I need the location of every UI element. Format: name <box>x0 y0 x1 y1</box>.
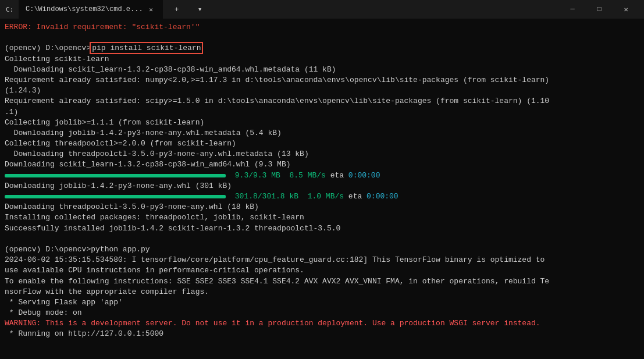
progress-bar-2: 301.8/301.8 kB 1.0 MB/s eta 0:00:00 <box>5 191 639 202</box>
downloading-sklearn-whl: Downloading scikit_learn-1.3.2-cp38-cp38… <box>5 159 639 170</box>
titlebar: C: C:\Windows\system32\cmd.e... ✕ + ▾ ─ … <box>0 0 644 19</box>
tab-dropdown-button[interactable]: ▾ <box>191 0 209 19</box>
collecting-line: Collecting scikit-learn <box>5 54 639 65</box>
flask-debug-line: * Debug mode: on <box>5 308 639 318</box>
downloading-threadpool-meta: Downloading threadpoolctl-3.5.0-py3-none… <box>5 149 639 159</box>
tensorflow-line4: nsorFlow with the appropriate compiler f… <box>5 287 639 297</box>
svg-text:C:: C: <box>6 6 13 13</box>
downloading-threadpool-whl: Downloading threadpoolctl-3.5.0-py3-none… <box>5 202 639 212</box>
minimize-button[interactable]: ─ <box>559 0 586 19</box>
collecting-joblib-line: Collecting joblib>=1.1.1 (from scikit-le… <box>5 118 639 128</box>
new-tab-button[interactable]: + <box>168 0 186 19</box>
progress-bar-1: 9.3/9.3 MB 8.5 MB/s eta 0:00:00 <box>5 170 639 181</box>
req-numpy-line1: Requirement already satisfied: numpy<2.0… <box>5 75 639 86</box>
close-button[interactable]: ✕ <box>613 0 639 19</box>
tab-close-button[interactable]: ✕ <box>147 5 156 14</box>
tab-title: C:\Windows\system32\cmd.e... <box>26 5 143 13</box>
downloading-joblib-meta: Downloading joblib-1.4.2-py3-none-any.wh… <box>5 128 639 138</box>
tensorflow-line3: To enable the following instructions: SS… <box>5 276 639 287</box>
req-scipy-line1: Requirement already satisfied: scipy>=1.… <box>5 96 639 106</box>
tensorflow-line1: 2024-06-02 15:35:15.534580: I tensorflow… <box>5 255 639 265</box>
window-controls: ─ □ ✕ <box>559 0 639 19</box>
req-numpy-line2: (1.24.3) <box>5 86 639 96</box>
success-line: Successfully installed joblib-1.4.2 scik… <box>5 223 639 234</box>
downloading-metadata-line: Downloading scikit_learn-1.3.2-cp38-cp38… <box>5 65 639 75</box>
tensorflow-line2: use available CPU instructions in perfor… <box>5 265 639 276</box>
cmd-icon: C: <box>5 5 14 14</box>
terminal-body: ERROR: Invalid requirement: "scikit-lear… <box>0 19 644 359</box>
python-command-line: (opencv) D:\opencv>python app.py <box>5 244 639 255</box>
warning-line: WARNING: This is a development server. D… <box>5 318 639 329</box>
running-line: * Running on http://127.0.0.1:5000 <box>5 329 639 339</box>
pip-command-line: (opencv) D:\opencv>pip install scikit-le… <box>5 43 639 54</box>
req-scipy-line2: .1) <box>5 107 639 118</box>
downloading-joblib-whl: Downloading joblib-1.4.2-py3-none-any.wh… <box>5 181 639 191</box>
collecting-threadpool-line: Collecting threadpoolctl>=2.0.0 (from sc… <box>5 138 639 149</box>
installing-line: Installing collected packages: threadpoo… <box>5 212 639 223</box>
maximize-button[interactable]: □ <box>586 0 613 19</box>
terminal-tab[interactable]: C:\Windows\system32\cmd.e... ✕ <box>19 0 163 19</box>
error-line: ERROR: Invalid requirement: "scikit-lear… <box>5 22 639 33</box>
flask-serving-line: * Serving Flask app 'app' <box>5 297 639 308</box>
